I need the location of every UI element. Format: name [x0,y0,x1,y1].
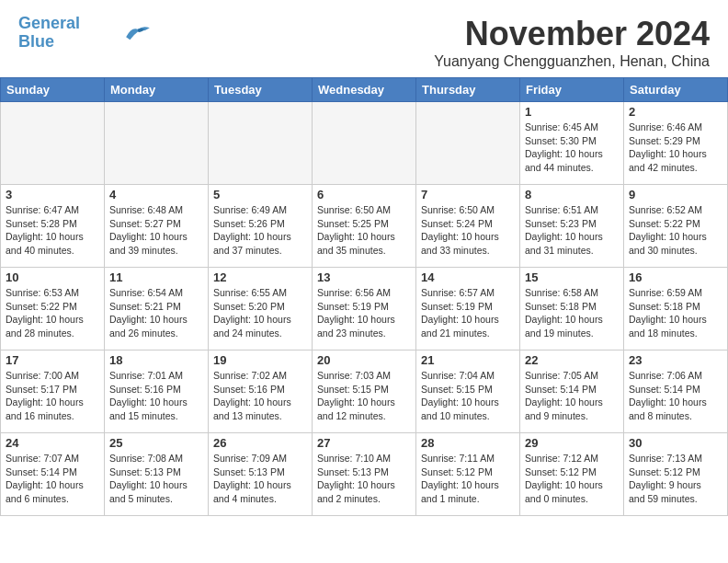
calendar-cell: 14Sunrise: 6:57 AM Sunset: 5:19 PM Dayli… [416,268,520,350]
day-number: 8 [525,188,619,201]
calendar-cell [1,102,105,185]
calendar-cell: 10Sunrise: 6:53 AM Sunset: 5:22 PM Dayli… [1,268,105,350]
day-info: Sunrise: 6:57 AM Sunset: 5:19 PM Dayligh… [421,286,515,340]
calendar-cell: 22Sunrise: 7:05 AM Sunset: 5:14 PM Dayli… [520,350,624,433]
day-number: 20 [317,353,411,367]
day-info: Sunrise: 7:10 AM Sunset: 5:13 PM Dayligh… [317,452,411,506]
calendar-cell: 13Sunrise: 6:56 AM Sunset: 5:19 PM Dayli… [313,268,416,350]
day-number: 2 [629,105,722,119]
day-info: Sunrise: 7:02 AM Sunset: 5:16 PM Dayligh… [213,369,307,423]
day-number: 10 [6,270,99,284]
col-header-friday: Friday [520,78,624,102]
calendar-cell: 11Sunrise: 6:54 AM Sunset: 5:21 PM Dayli… [105,268,209,350]
day-number: 1 [525,105,619,119]
day-number: 3 [6,188,99,201]
day-number: 29 [525,436,619,450]
calendar-cell: 3Sunrise: 6:47 AM Sunset: 5:28 PM Daylig… [1,185,105,268]
calendar-cell: 18Sunrise: 7:01 AM Sunset: 5:16 PM Dayli… [105,350,209,433]
month-title: November 2024 [434,15,710,53]
calendar-cell [416,102,520,185]
title-block: November 2024 Yuanyang Chengguanzhen, He… [434,15,710,70]
day-info: Sunrise: 6:50 AM Sunset: 5:25 PM Dayligh… [317,203,411,258]
day-info: Sunrise: 7:13 AM Sunset: 5:12 PM Dayligh… [629,452,722,506]
calendar-cell: 8Sunrise: 6:51 AM Sunset: 5:23 PM Daylig… [520,185,624,268]
calendar-cell: 7Sunrise: 6:50 AM Sunset: 5:24 PM Daylig… [416,185,520,268]
day-info: Sunrise: 7:08 AM Sunset: 5:13 PM Dayligh… [109,452,203,506]
calendar-cell: 15Sunrise: 6:58 AM Sunset: 5:18 PM Dayli… [520,268,624,350]
calendar-cell: 1Sunrise: 6:45 AM Sunset: 5:30 PM Daylig… [520,102,624,185]
day-info: Sunrise: 7:00 AM Sunset: 5:17 PM Dayligh… [6,369,99,423]
logo: General Blue [18,15,152,52]
calendar-cell [105,102,209,185]
day-info: Sunrise: 6:58 AM Sunset: 5:18 PM Dayligh… [525,286,619,340]
calendar-cell [209,102,313,185]
week-row-2: 3Sunrise: 6:47 AM Sunset: 5:28 PM Daylig… [1,185,728,268]
week-row-3: 10Sunrise: 6:53 AM Sunset: 5:22 PM Dayli… [1,268,728,350]
logo-text: General Blue [18,14,80,51]
day-number: 23 [629,353,722,367]
day-number: 19 [213,353,307,367]
day-number: 5 [213,188,307,201]
calendar-cell: 19Sunrise: 7:02 AM Sunset: 5:16 PM Dayli… [209,350,313,433]
day-info: Sunrise: 7:04 AM Sunset: 5:15 PM Dayligh… [421,369,515,423]
day-info: Sunrise: 6:46 AM Sunset: 5:29 PM Dayligh… [629,121,722,175]
day-info: Sunrise: 6:45 AM Sunset: 5:30 PM Dayligh… [525,121,619,175]
day-number: 28 [421,436,515,450]
calendar-cell: 21Sunrise: 7:04 AM Sunset: 5:15 PM Dayli… [416,350,520,433]
day-number: 16 [629,270,722,284]
week-row-4: 17Sunrise: 7:00 AM Sunset: 5:17 PM Dayli… [1,350,728,433]
day-number: 26 [213,436,307,450]
col-header-tuesday: Tuesday [209,78,313,102]
location-title: Yuanyang Chengguanzhen, Henan, China [434,53,710,70]
day-number: 12 [213,270,307,284]
calendar-cell: 9Sunrise: 6:52 AM Sunset: 5:22 PM Daylig… [624,185,728,268]
calendar-cell: 25Sunrise: 7:08 AM Sunset: 5:13 PM Dayli… [105,433,209,516]
day-number: 6 [317,188,411,201]
day-info: Sunrise: 6:53 AM Sunset: 5:22 PM Dayligh… [6,286,99,340]
calendar-cell: 24Sunrise: 7:07 AM Sunset: 5:14 PM Dayli… [1,433,105,516]
day-number: 7 [421,188,515,201]
calendar-cell: 16Sunrise: 6:59 AM Sunset: 5:18 PM Dayli… [624,268,728,350]
calendar-cell: 30Sunrise: 7:13 AM Sunset: 5:12 PM Dayli… [624,433,728,516]
week-row-5: 24Sunrise: 7:07 AM Sunset: 5:14 PM Dayli… [1,433,728,516]
calendar-cell: 23Sunrise: 7:06 AM Sunset: 5:14 PM Dayli… [624,350,728,433]
calendar-cell: 6Sunrise: 6:50 AM Sunset: 5:25 PM Daylig… [313,185,416,268]
col-header-thursday: Thursday [416,78,520,102]
day-info: Sunrise: 7:05 AM Sunset: 5:14 PM Dayligh… [525,369,619,423]
day-info: Sunrise: 7:03 AM Sunset: 5:15 PM Dayligh… [317,369,411,423]
calendar-cell: 17Sunrise: 7:00 AM Sunset: 5:17 PM Dayli… [1,350,105,433]
day-info: Sunrise: 7:06 AM Sunset: 5:14 PM Dayligh… [629,369,722,423]
calendar-cell: 5Sunrise: 6:49 AM Sunset: 5:26 PM Daylig… [209,185,313,268]
week-row-1: 1Sunrise: 6:45 AM Sunset: 5:30 PM Daylig… [1,102,728,185]
calendar-cell: 20Sunrise: 7:03 AM Sunset: 5:15 PM Dayli… [313,350,416,433]
col-header-wednesday: Wednesday [313,78,416,102]
day-info: Sunrise: 6:52 AM Sunset: 5:22 PM Dayligh… [629,203,722,258]
day-info: Sunrise: 6:47 AM Sunset: 5:28 PM Dayligh… [6,203,99,258]
day-number: 27 [317,436,411,450]
day-number: 21 [421,353,515,367]
day-number: 11 [109,270,203,284]
calendar-cell: 2Sunrise: 6:46 AM Sunset: 5:29 PM Daylig… [624,102,728,185]
calendar-cell: 4Sunrise: 6:48 AM Sunset: 5:27 PM Daylig… [105,185,209,268]
day-info: Sunrise: 7:01 AM Sunset: 5:16 PM Dayligh… [109,369,203,423]
day-number: 9 [629,188,722,201]
col-header-monday: Monday [105,78,209,102]
day-info: Sunrise: 6:59 AM Sunset: 5:18 PM Dayligh… [629,286,722,340]
day-number: 15 [525,270,619,284]
day-number: 18 [109,353,203,367]
day-info: Sunrise: 6:50 AM Sunset: 5:24 PM Dayligh… [421,203,515,258]
day-number: 17 [6,353,99,367]
day-number: 30 [629,436,722,450]
day-number: 13 [317,270,411,284]
day-info: Sunrise: 7:11 AM Sunset: 5:12 PM Dayligh… [421,452,515,506]
day-info: Sunrise: 6:54 AM Sunset: 5:21 PM Dayligh… [109,286,203,340]
calendar-cell: 26Sunrise: 7:09 AM Sunset: 5:13 PM Dayli… [209,433,313,516]
calendar-cell: 29Sunrise: 7:12 AM Sunset: 5:12 PM Dayli… [520,433,624,516]
day-info: Sunrise: 6:56 AM Sunset: 5:19 PM Dayligh… [317,286,411,340]
calendar-header-row: SundayMondayTuesdayWednesdayThursdayFrid… [1,78,728,102]
day-number: 4 [109,188,203,201]
col-header-sunday: Sunday [1,78,105,102]
logo-bird-icon [124,24,152,42]
page-header: General Blue November 2024 Yuanyang Chen… [0,0,728,77]
day-info: Sunrise: 7:07 AM Sunset: 5:14 PM Dayligh… [6,452,99,506]
